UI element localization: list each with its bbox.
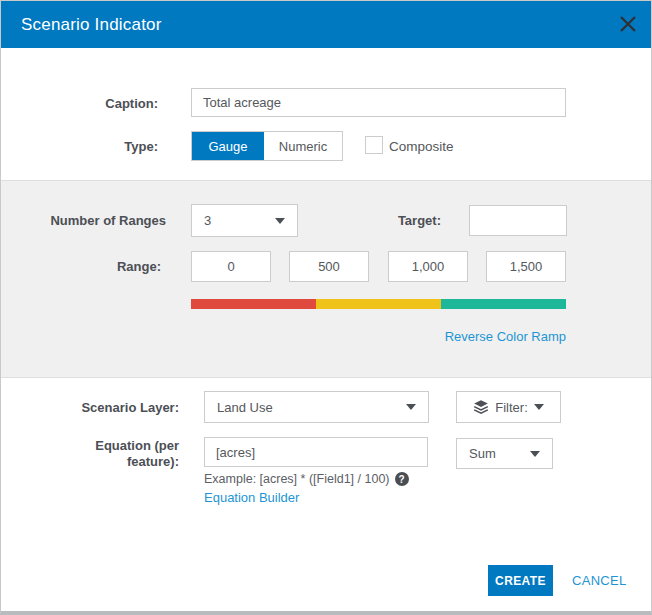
range-value-2: 500 [318,259,340,274]
aggregation-dropdown[interactable]: Sum [456,438,553,469]
equation-builder-link[interactable]: Equation Builder [204,490,299,505]
cancel-button[interactable]: CANCEL [572,565,627,596]
ramp-segment-yellow [316,299,441,309]
scenario-layer-dropdown[interactable]: Land Use [204,391,429,423]
number-of-ranges-label: Number of Ranges [1,213,166,228]
range-value-4: 1,500 [510,259,543,274]
type-option-numeric[interactable]: Numeric [264,132,342,160]
help-icon[interactable]: ? [395,472,409,486]
equation-label: Equation (per feature): [1,438,179,470]
caption-input[interactable]: Total acreage [191,88,566,117]
type-label: Type: [1,139,158,154]
number-of-ranges-dropdown[interactable]: 3 [191,204,298,237]
chevron-down-icon [406,404,416,410]
range-input-2[interactable]: 500 [289,251,369,282]
scenario-layer-value: Land Use [217,400,406,415]
caption-label: Caption: [1,96,158,111]
filter-label: Filter: [495,400,528,415]
type-option-gauge[interactable]: Gauge [192,132,264,160]
reverse-color-ramp-link[interactable]: Reverse Color Ramp [366,329,566,344]
aggregation-value: Sum [469,446,530,461]
create-button[interactable]: CREATE [488,565,553,596]
range-input-1[interactable]: 0 [191,251,271,282]
range-value-1: 0 [227,259,234,274]
caption-value: Total acreage [203,95,281,110]
target-input[interactable] [469,205,567,236]
composite-label: Composite [389,139,454,154]
range-label: Range: [1,259,161,274]
range-input-3[interactable]: 1,000 [388,251,468,282]
range-input-4[interactable]: 1,500 [486,251,566,282]
range-value-3: 1,000 [412,259,445,274]
equation-label-line1: Equation (per [1,438,179,454]
equation-input[interactable]: [acres] [204,437,428,467]
scenario-layer-label: Scenario Layer: [1,400,179,415]
ramp-segment-red [191,299,316,309]
equation-example-text: Example: [acres] * ([Field1] / 100) [204,472,390,486]
color-ramp [191,299,566,309]
chevron-down-icon [534,404,544,410]
target-label: Target: [341,213,441,228]
number-of-ranges-value: 3 [204,213,275,228]
equation-value: [acres] [216,445,255,460]
type-toggle: Gauge Numeric [191,131,343,161]
equation-label-line2: feature): [1,454,179,470]
dialog-title: Scenario Indicator [21,1,162,48]
chevron-down-icon [275,218,285,224]
scenario-indicator-dialog: Scenario Indicator Caption: Total acreag… [0,0,652,615]
ramp-segment-green [441,299,566,309]
filter-dropdown[interactable]: Filter: [456,391,561,423]
layers-icon [473,399,489,415]
equation-example: Example: [acres] * ([Field1] / 100) ? [204,472,409,486]
composite-checkbox[interactable] [365,136,383,154]
close-icon[interactable] [619,15,637,33]
chevron-down-icon [530,451,540,457]
dialog-header: Scenario Indicator [1,1,651,48]
